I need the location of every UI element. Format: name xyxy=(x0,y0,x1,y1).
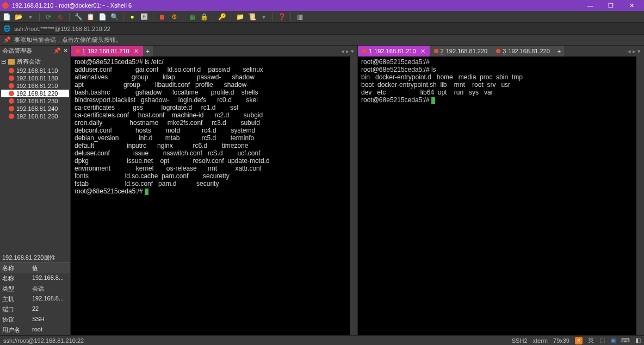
close-button[interactable]: ✕ xyxy=(621,0,642,11)
sidebar-title: 会话管理器 xyxy=(2,47,32,55)
session-item[interactable]: 192.168.81.210 xyxy=(1,82,69,90)
prop-row: 端口22 xyxy=(0,304,70,315)
tray-icon[interactable]: ⬚ xyxy=(599,337,605,344)
sidebar-header: 会话管理器 📌✕ xyxy=(0,46,70,55)
find-icon[interactable]: 🔍 xyxy=(110,12,119,21)
sidebar: 会话管理器 📌✕ ⊟所有会话 192.168.81.110192.168.81.… xyxy=(0,46,71,335)
scrollbar[interactable] xyxy=(350,57,357,335)
properties-icon[interactable]: 🔧 xyxy=(74,12,83,21)
session-icon xyxy=(9,83,14,89)
left-tabs: 1 192.168.81.210✕ + ◂ ▸ ▾ xyxy=(71,46,357,57)
lock-icon[interactable]: 🔒 xyxy=(200,12,208,21)
tree-root[interactable]: ⊟所有会话 xyxy=(1,58,69,66)
ime-lang[interactable]: 英 xyxy=(588,336,594,344)
session-item[interactable]: 192.168.81.220 xyxy=(1,90,69,97)
open-icon[interactable]: 📂 xyxy=(14,12,23,21)
cursor-icon xyxy=(145,189,148,195)
prop-head-value: 值 xyxy=(30,263,70,273)
minimize-button[interactable]: — xyxy=(580,0,600,11)
hint-bar: 📌 要添加当前会话，点击左侧的箭头按钮。 xyxy=(0,35,644,46)
session-icon xyxy=(496,49,500,53)
tab-nav[interactable]: ◂ ▸ ▾ xyxy=(624,46,644,57)
session-item[interactable]: 192.168.81.110 xyxy=(1,67,69,74)
titlebar: 192.168.81.210 - root@docker01:~ - Xshel… xyxy=(0,0,644,11)
font-icon[interactable]: 🅰 xyxy=(140,12,148,21)
session-tab[interactable]: 1 192.168.81.210✕ xyxy=(358,46,430,57)
session-tab[interactable]: 2 192.168.81.220 xyxy=(430,46,492,57)
gear-icon[interactable]: ⚙ xyxy=(170,12,178,21)
add-tab-button[interactable]: + xyxy=(554,46,564,57)
window-title: 192.168.81.210 - root@docker01:~ - Xshel… xyxy=(12,2,132,9)
tray-icon[interactable]: ◧ xyxy=(635,337,641,344)
right-pane: 1 192.168.81.210✕2 192.168.81.2203 192.1… xyxy=(357,46,644,335)
session-icon xyxy=(9,91,14,96)
dropdown-icon[interactable]: ▾ xyxy=(26,12,35,21)
session-tab[interactable]: 3 192.168.81.220 xyxy=(492,46,554,57)
session-item[interactable]: 192.168.81.180 xyxy=(1,74,69,82)
reconnect-icon[interactable]: ⟳ xyxy=(44,12,53,21)
statusbar: ssh://root@192.168.81.210:22 SSH2 xterm … xyxy=(0,335,644,345)
globe-icon: 🌐 xyxy=(3,25,11,32)
close-tab-icon[interactable]: ✕ xyxy=(134,48,139,55)
session-icon xyxy=(434,49,438,53)
right-terminal[interactable]: root@68e5215ceda5:/# root@68e5215ceda5:/… xyxy=(358,57,636,335)
prop-row: 用户名root xyxy=(0,325,70,335)
ime-badge-icon[interactable]: S xyxy=(575,337,583,344)
app-icon xyxy=(2,2,9,9)
help-icon[interactable]: ❓ xyxy=(277,12,286,21)
session-icon xyxy=(76,49,80,53)
session-icon xyxy=(9,106,14,111)
add-tab-button[interactable]: + xyxy=(143,46,153,57)
tray-icon[interactable]: ▣ xyxy=(610,337,616,344)
session-icon xyxy=(9,68,14,73)
close-tab-icon[interactable]: ✕ xyxy=(420,48,425,55)
maximize-button[interactable]: ❐ xyxy=(600,0,621,11)
cursor-icon xyxy=(431,97,435,104)
address-text[interactable]: ssh://root:******@192.168.81.210:22 xyxy=(14,26,110,32)
session-item[interactable]: 192.168.81.230 xyxy=(1,97,69,105)
session-item[interactable]: 192.168.81.240 xyxy=(1,105,69,112)
properties-title: 192.168.81.220属性 xyxy=(0,253,70,262)
key-icon[interactable]: 🔑 xyxy=(218,12,226,21)
status-term: xterm xyxy=(533,337,548,344)
copy-icon[interactable]: 📋 xyxy=(86,12,95,21)
prop-row: 协议SSH xyxy=(0,315,70,325)
prop-row: 类型会话 xyxy=(0,284,70,294)
prop-row: 名称192.168.8... xyxy=(0,273,70,284)
color-icon[interactable]: ● xyxy=(128,12,137,21)
session-icon xyxy=(362,49,367,53)
tab-nav[interactable]: ◂ ▸ ▾ xyxy=(338,46,357,57)
script-icon[interactable]: 📜 xyxy=(247,12,256,21)
layout-icon[interactable]: ▦ xyxy=(188,12,196,21)
session-icon xyxy=(9,98,14,104)
sidebar-close-icon[interactable]: ✕ xyxy=(63,47,68,54)
right-tabs: 1 192.168.81.210✕2 192.168.81.2203 192.1… xyxy=(358,46,644,57)
left-pane: 1 192.168.81.210✕ + ◂ ▸ ▾ root@68e5215ce… xyxy=(71,46,357,335)
hint-text: 要添加当前会话，点击左侧的箭头按钮。 xyxy=(14,36,122,44)
new-session-icon[interactable]: 📄 xyxy=(2,12,11,21)
folder-icon[interactable]: 📁 xyxy=(236,12,244,21)
properties-panel: 名称值 名称192.168.8...类型会话主机192.168.8...端口22… xyxy=(0,262,70,335)
scrollbar[interactable] xyxy=(636,57,644,335)
sidebar-pin-icon[interactable]: 📌 xyxy=(53,47,61,54)
folder-icon xyxy=(8,59,15,65)
session-icon xyxy=(9,76,14,81)
more-icon[interactable]: ▾ xyxy=(259,12,268,21)
status-ssh: SSH2 xyxy=(512,337,528,344)
split-icon[interactable]: ▥ xyxy=(295,12,304,21)
bulb-icon: 📌 xyxy=(3,36,11,43)
paste-icon[interactable]: 📄 xyxy=(98,12,107,21)
stop-icon[interactable]: ◼ xyxy=(158,12,166,21)
session-item[interactable]: 192.168.81.250 xyxy=(1,112,69,120)
prop-head-name: 名称 xyxy=(0,263,30,273)
address-bar: 🌐 ssh://root:******@192.168.81.210:22 xyxy=(0,23,644,35)
toolbar: 📄 📂 ▾ ⟳ ⦸ 🔧 📋 📄 🔍 ● 🅰 ◼ ⚙ ▦ 🔒 🔑 📁 📜 ▾ ❓ … xyxy=(0,11,644,23)
session-icon xyxy=(9,114,14,119)
session-tree: ⊟所有会话 192.168.81.110192.168.81.180192.16… xyxy=(0,55,70,253)
session-tab[interactable]: 1 192.168.81.210✕ xyxy=(71,46,143,57)
left-terminal[interactable]: root@68e5215ceda5:/# ls /etc/ adduser.co… xyxy=(71,57,350,335)
prop-row: 主机192.168.8... xyxy=(0,294,70,304)
tray-icon[interactable]: ⌨ xyxy=(621,337,630,344)
status-size: 79x39 xyxy=(553,337,569,344)
disconnect-icon[interactable]: ⦸ xyxy=(56,12,65,21)
